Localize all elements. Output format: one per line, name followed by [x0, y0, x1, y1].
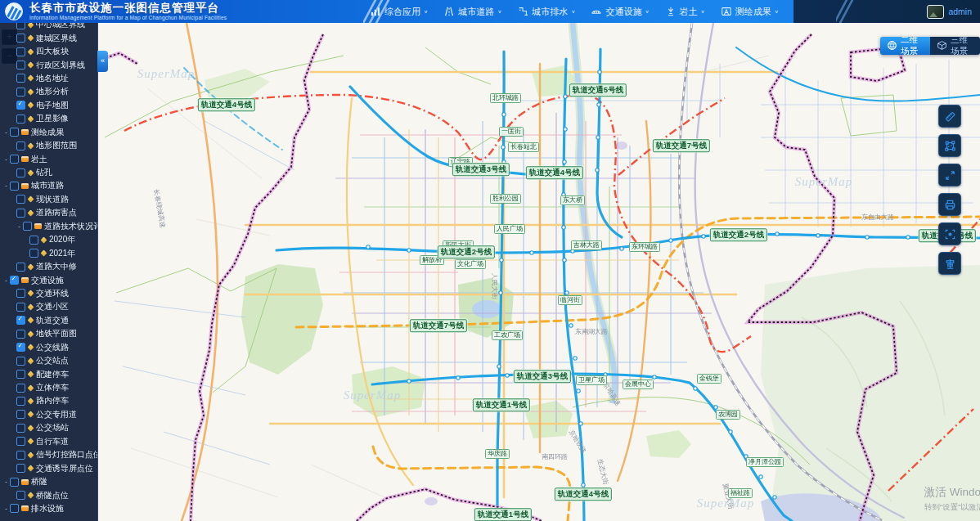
nav-item-geotech[interactable]: 岩土∨	[665, 6, 705, 18]
tree-node[interactable]: 钻孔	[0, 166, 97, 179]
tree-node[interactable]: -交通设施	[0, 273, 97, 286]
layer-checkbox[interactable]	[29, 236, 38, 245]
panel-collapse-button[interactable]: «	[97, 51, 108, 72]
layer-checkbox[interactable]	[10, 128, 19, 137]
fullscreen-button[interactable]	[938, 164, 961, 186]
tree-node[interactable]: 公交场站	[0, 421, 97, 434]
collapse-expander-icon[interactable]: -	[3, 182, 9, 190]
tree-node[interactable]: 道路病害点	[0, 206, 97, 219]
collapse-expander-icon[interactable]: -	[3, 128, 9, 137]
tree-node[interactable]: 地形图范围	[0, 139, 97, 152]
layer-checkbox[interactable]	[16, 115, 25, 124]
layer-checkbox[interactable]	[16, 424, 25, 433]
tree-node[interactable]: -测绘成果	[0, 126, 97, 139]
measure-area-button[interactable]	[938, 134, 961, 157]
tree-node[interactable]: -道路技术状况评价	[0, 220, 97, 233]
tree-node[interactable]: -岩土	[0, 152, 97, 165]
layer-checkbox[interactable]	[10, 182, 19, 191]
tree-node[interactable]: 2021年	[0, 246, 97, 259]
nav-item-drain[interactable]: 城市排水∨	[517, 6, 575, 18]
layer-checkbox[interactable]	[10, 478, 19, 487]
metro-line-label: 轨道交通4号线	[198, 98, 255, 111]
nav-item-road[interactable]: 城市道路∨	[443, 6, 501, 18]
collapse-expander-icon[interactable]: -	[16, 222, 22, 231]
legend-button[interactable]	[938, 252, 961, 275]
layer-checkbox[interactable]	[16, 397, 25, 406]
tree-node[interactable]: 公交线路	[0, 341, 97, 354]
tree-node[interactable]: 2020年	[0, 233, 97, 246]
tree-node[interactable]: 信号灯控路口点位	[0, 448, 97, 461]
layer-checkbox[interactable]	[16, 23, 25, 29]
nav-item-chart[interactable]: 综合应用∨	[370, 6, 428, 18]
layer-checkbox[interactable]	[16, 316, 25, 325]
layer-checkbox[interactable]	[16, 330, 25, 339]
layer-checkbox[interactable]	[16, 451, 25, 460]
tree-node[interactable]: 公交站点	[0, 354, 97, 367]
layer-checkbox[interactable]	[16, 101, 25, 110]
layer-checkbox[interactable]	[10, 155, 19, 164]
measure-distance-button[interactable]	[938, 105, 961, 128]
tree-node[interactable]: 建城区界线	[0, 31, 97, 44]
tree-node[interactable]: 地名地址	[0, 72, 97, 85]
tree-node[interactable]: -城市道路	[0, 179, 97, 192]
nav-item-traffic[interactable]: 交通设施∨	[591, 6, 649, 18]
layer-checkbox[interactable]	[16, 357, 25, 366]
layer-checkbox[interactable]	[16, 303, 25, 312]
tree-node[interactable]: 四大板块	[0, 45, 97, 58]
layer-checkbox[interactable]	[16, 263, 25, 272]
layer-checkbox[interactable]	[16, 384, 25, 393]
user-avatar[interactable]	[927, 5, 944, 19]
layer-checkbox[interactable]	[16, 370, 25, 379]
tree-node[interactable]: 交通诱导屏点位	[0, 461, 97, 474]
tree-node[interactable]: 立体停车	[0, 381, 97, 394]
tree-node[interactable]: -桥隧	[0, 475, 97, 488]
tree-node[interactable]: 卫星影像	[0, 112, 97, 125]
tree-node[interactable]: 自行车道	[0, 435, 97, 448]
layer-checkbox[interactable]	[10, 276, 19, 285]
tree-node[interactable]: 中心城区界线	[0, 23, 97, 31]
layer-checkbox[interactable]	[16, 289, 25, 298]
tree-node[interactable]: 配建停车	[0, 367, 97, 380]
tree-node[interactable]: 道路大中修	[0, 260, 97, 273]
print-button[interactable]	[938, 193, 961, 216]
layer-checkbox[interactable]	[16, 47, 25, 56]
layer-checkbox[interactable]	[16, 464, 25, 473]
layer-checkbox[interactable]	[16, 61, 25, 70]
scene-3d-button[interactable]: 三维场景	[930, 37, 980, 55]
locate-button[interactable]	[938, 222, 961, 245]
layer-checkbox[interactable]	[29, 249, 38, 258]
tree-node[interactable]: 公交专用道	[0, 408, 97, 421]
layer-checkbox[interactable]	[16, 437, 25, 446]
layer-checkbox[interactable]	[16, 74, 25, 83]
layer-checkbox[interactable]	[23, 222, 32, 231]
layer-checkbox[interactable]	[16, 34, 25, 43]
tree-node[interactable]: 轨道交通	[0, 314, 97, 327]
layer-checkbox[interactable]	[16, 88, 25, 97]
tree-node[interactable]: 行政区划界线	[0, 58, 97, 71]
nav-item-survey[interactable]: 测绘成果∨	[721, 6, 779, 18]
username-label[interactable]: admin	[948, 7, 972, 16]
layer-checkbox[interactable]	[16, 141, 25, 150]
scene-2d-button[interactable]: 二维场景	[880, 37, 930, 55]
layer-checkbox[interactable]	[10, 504, 19, 513]
tree-node[interactable]: 交通小区	[0, 300, 97, 313]
tree-node[interactable]: 路内停车	[0, 394, 97, 407]
layer-checkbox[interactable]	[16, 168, 25, 177]
tree-node[interactable]: 交通环线	[0, 287, 97, 300]
map-viewport[interactable]: 轨道交通4号线轨道交通5号线轨道交通3号线轨道交通4号线轨道交通7号线轨道交通2…	[0, 23, 980, 521]
tree-node[interactable]: 桥隧点位	[0, 488, 97, 501]
collapse-expander-icon[interactable]: -	[3, 505, 9, 513]
collapse-expander-icon[interactable]: -	[3, 478, 9, 486]
tree-node[interactable]: 地铁平面图	[0, 327, 97, 340]
layer-checkbox[interactable]	[16, 343, 25, 352]
layer-checkbox[interactable]	[16, 209, 25, 218]
tree-node[interactable]: 电子地图	[0, 99, 97, 112]
tree-node[interactable]: 地形分析	[0, 85, 97, 98]
layer-checkbox[interactable]	[16, 410, 25, 419]
tree-node[interactable]: -排水设施	[0, 502, 97, 515]
collapse-expander-icon[interactable]: -	[3, 155, 9, 164]
collapse-expander-icon[interactable]: -	[3, 276, 9, 285]
tree-node[interactable]: 现状道路	[0, 193, 97, 206]
layer-checkbox[interactable]	[16, 195, 25, 204]
layer-checkbox[interactable]	[16, 491, 25, 500]
